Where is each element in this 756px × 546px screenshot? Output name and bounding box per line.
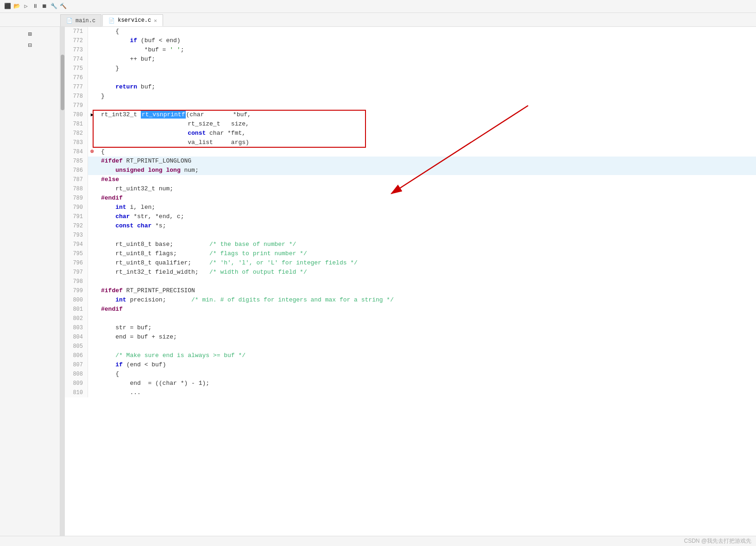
- line-num-800: 800: [65, 295, 88, 305]
- line-num-779: 779: [65, 101, 88, 110]
- code-line-806: 806 /* Make sure end is always >= buf */: [65, 351, 756, 360]
- error-gutter-784: ⊗: [88, 147, 96, 157]
- line-content-784: {: [96, 147, 756, 157]
- code-line-802: 802: [65, 314, 756, 323]
- line-num-806: 806: [65, 351, 88, 360]
- line-num-789: 789: [65, 194, 88, 203]
- tab-kservice-c[interactable]: 📄 kservice.c ✕: [102, 14, 163, 26]
- line-num-791: 791: [65, 212, 88, 221]
- line-content-802: [96, 314, 756, 323]
- code-line-781: 781 rt_size_t size,: [65, 119, 756, 129]
- code-line-807: 807 if (end < buf): [65, 360, 756, 370]
- code-line-800: 800 int precision; /* min. # of digits f…: [65, 295, 756, 305]
- toolbar-icon-5[interactable]: ⏹: [41, 3, 48, 10]
- code-line-777: 777 return buf;: [65, 82, 756, 92]
- line-num-788: 788: [65, 184, 88, 194]
- vertical-scrollbar[interactable]: [60, 27, 65, 536]
- line-num-780: 780: [65, 110, 88, 119]
- line-num-771: 771: [65, 27, 88, 36]
- code-line-783: 783 va_list args): [65, 138, 756, 147]
- line-content-788: rt_uint32_t num;: [96, 184, 756, 194]
- code-line-795: 795 rt_uint8_t flags; /* flags to print …: [65, 249, 756, 258]
- code-line-810: 810 ...: [65, 388, 756, 397]
- code-line-801: 801 #endif: [65, 305, 756, 314]
- code-line-805: 805: [65, 342, 756, 351]
- line-num-810: 810: [65, 388, 88, 397]
- csdn-watermark: CSDN @我先去打把游戏先: [684, 537, 751, 545]
- line-content-771: {: [96, 27, 756, 36]
- line-content-807: if (end < buf): [96, 360, 756, 370]
- line-content-810: ...: [96, 388, 756, 397]
- code-line-779: 779: [65, 101, 756, 110]
- tab-main-c[interactable]: 📄 main.c: [60, 14, 101, 26]
- editor-area: ⊞ ⊟ 771: [0, 27, 756, 536]
- code-line-798: 798: [65, 277, 756, 286]
- line-content-799: #ifdef RT_PRINTF_PRECISION: [96, 286, 756, 295]
- toolbar: ⬛ 📂 ▷ ⏸ ⏹ 🔧 🔨: [0, 0, 756, 13]
- code-line-809: 809 end = ((char *) - 1);: [65, 379, 756, 388]
- toolbar-icon-6[interactable]: 🔧: [50, 3, 57, 10]
- line-num-784: 784: [65, 147, 88, 157]
- code-line-774: 774 ++ buf;: [65, 55, 756, 64]
- line-content-779: [96, 101, 756, 110]
- line-content-806: /* Make sure end is always >= buf */: [96, 351, 756, 360]
- toolbar-icon-2[interactable]: 📂: [13, 3, 20, 10]
- line-content-791: char *str, *end, c;: [96, 212, 756, 221]
- line-content-782: const char *fmt,: [96, 129, 756, 138]
- line-num-772: 772: [65, 36, 88, 45]
- line-num-781: 781: [65, 119, 88, 129]
- line-num-793: 793: [65, 231, 88, 240]
- code-line-791: 791 char *str, *end, c;: [65, 212, 756, 221]
- left-sidebar: ⊞ ⊟: [0, 27, 60, 536]
- toolbar-icon-3[interactable]: ▷: [22, 3, 30, 10]
- line-num-795: 795: [65, 249, 88, 258]
- line-content-785: #ifdef RT_PRINTF_LONGLONG: [96, 157, 756, 166]
- code-line-786: 786 unsigned long long num;: [65, 166, 756, 175]
- tab-kservice-c-label: kservice.c: [118, 17, 151, 24]
- line-num-790: 790: [65, 203, 88, 212]
- line-content-790: int i, len;: [96, 203, 756, 212]
- line-content-808: {: [96, 370, 756, 379]
- code-line-789: 789 #endif: [65, 194, 756, 203]
- line-content-787: #else: [96, 175, 756, 184]
- line-content-803: str = buf;: [96, 323, 756, 333]
- line-num-782: 782: [65, 129, 88, 138]
- line-content-776: [96, 73, 756, 82]
- line-content-786: unsigned long long num;: [96, 166, 756, 175]
- code-line-785: 785 #ifdef RT_PRINTF_LONGLONG: [65, 157, 756, 166]
- line-content-800: int precision; /* min. # of digits for i…: [96, 295, 756, 305]
- code-line-797: 797 rt_int32_t field_width; /* width of …: [65, 268, 756, 277]
- line-num-783: 783: [65, 138, 88, 147]
- code-line-787: 787 #else: [65, 175, 756, 184]
- toolbar-icon-1[interactable]: ⬛: [4, 3, 11, 10]
- line-content-801: #endif: [96, 305, 756, 314]
- line-num-776: 776: [65, 73, 88, 82]
- code-line-792: 792 const char *s;: [65, 221, 756, 231]
- scroll-thumb[interactable]: [61, 55, 64, 110]
- line-content-772: if (buf < end): [96, 36, 756, 45]
- line-num-778: 778: [65, 92, 88, 101]
- line-content-783: va_list args): [96, 138, 756, 147]
- code-line-780: 780 ▶ rt_int32_t rt_vsnprintf(char *buf,: [65, 110, 756, 119]
- line-num-786: 786: [65, 166, 88, 175]
- tab-main-c-label: main.c: [76, 18, 95, 24]
- tab-kservice-c-close[interactable]: ✕: [154, 18, 157, 24]
- line-num-804: 804: [65, 333, 88, 342]
- code-line-784: 784 ⊗ {: [65, 147, 756, 157]
- line-content-796: rt_uint8_t qualifier; /* 'h', 'l', or 'L…: [96, 258, 756, 268]
- code-line-788: 788 rt_uint32_t num;: [65, 184, 756, 194]
- toolbar-icon-4[interactable]: ⏸: [32, 3, 39, 10]
- code-line-803: 803 str = buf;: [65, 323, 756, 333]
- sidebar-icon-2[interactable]: ⊟: [25, 40, 35, 50]
- code-lines: 771 { 772 if (buf < end) 773 *buf = ': [65, 27, 756, 397]
- sidebar-icon-1[interactable]: ⊞: [25, 29, 35, 39]
- line-content-780: rt_int32_t rt_vsnprintf(char *buf,: [96, 110, 756, 119]
- line-num-796: 796: [65, 258, 88, 268]
- line-num-807: 807: [65, 360, 88, 370]
- line-num-792: 792: [65, 221, 88, 231]
- line-content-793: [96, 231, 756, 240]
- line-num-794: 794: [65, 240, 88, 249]
- toolbar-icon-7[interactable]: 🔨: [59, 3, 67, 10]
- line-content-781: rt_size_t size,: [96, 119, 756, 129]
- line-num-803: 803: [65, 323, 88, 333]
